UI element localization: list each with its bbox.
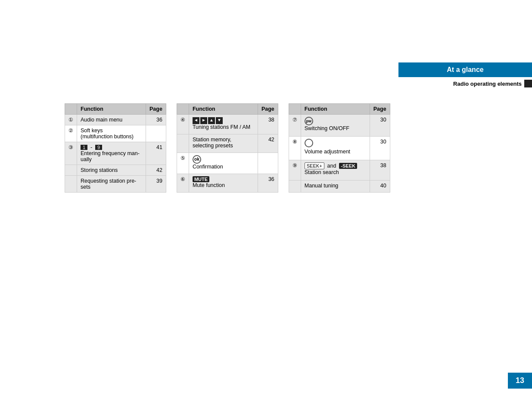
page-number-box: 13 xyxy=(508,373,532,389)
num-badge-1: 1 xyxy=(81,145,87,150)
header-section: At a glance Radio operating elements xyxy=(398,62,532,89)
row-page: 38 xyxy=(370,160,390,180)
table-1: Function Page ① Audio main menu 36 ② Sof… xyxy=(65,103,166,193)
row-num: ③ xyxy=(65,142,77,165)
row-num: ② xyxy=(65,125,77,142)
seek-plus-icon: SEEK+ xyxy=(305,162,324,169)
row-num: ④ xyxy=(177,115,189,134)
row-num: ⑥ xyxy=(177,174,189,193)
table3-function-header: Function xyxy=(301,104,370,115)
table2-num-header xyxy=(177,104,189,115)
circle-7: ⑦ xyxy=(292,117,297,123)
row-page: 30 xyxy=(370,115,390,137)
table3-page-header: Page xyxy=(370,104,390,115)
row-num: ⑤ xyxy=(177,153,189,174)
row-page: 42 xyxy=(146,165,166,176)
row-function: Station memory,selecting presets xyxy=(189,134,258,153)
table-2: Function Page ④ ◄ ► ▲ ▼ Tuning stations … xyxy=(177,103,278,193)
row-function: Requesting station pre-sets xyxy=(77,176,146,193)
radio-operating-bar: Radio operating elements xyxy=(398,78,532,89)
table-row: ① Audio main menu 36 xyxy=(65,115,166,125)
row-num xyxy=(289,180,301,192)
circle-5: ⑤ xyxy=(180,155,185,161)
row-function: Volume adjustment xyxy=(301,137,370,160)
row-function: 1 - 9 Entering frequency man-ually xyxy=(77,142,146,165)
arrow-left: ◄ xyxy=(193,117,199,124)
table3-num-header xyxy=(289,104,301,115)
row-page: 41 xyxy=(146,142,166,165)
table1-function-header: Function xyxy=(77,104,146,115)
row-num: ⑦ xyxy=(289,115,301,137)
table-row: ⑦ pw Switching ON/OFF 30 xyxy=(289,115,390,137)
circle-1: ① xyxy=(68,117,73,123)
row-function: MUTE Mute function xyxy=(189,174,258,193)
table-row: Requesting station pre-sets 39 xyxy=(65,176,166,193)
tables-container: Function Page ① Audio main menu 36 ② Sof… xyxy=(65,103,390,193)
row-function: Audio main menu xyxy=(77,115,146,125)
at-a-glance-bar: At a glance xyxy=(398,62,532,77)
row-function: pw Switching ON/OFF xyxy=(301,115,370,137)
row-num xyxy=(65,176,77,193)
row-num xyxy=(65,165,77,176)
row-function: Manual tuning xyxy=(301,180,370,192)
table-row: ⑤ ok Confirmation xyxy=(177,153,278,174)
arrow-right: ► xyxy=(200,117,207,124)
row-page: 30 xyxy=(370,137,390,160)
row-page: 39 xyxy=(146,176,166,193)
row-page: 40 xyxy=(370,180,390,192)
mute-button-icon: MUTE xyxy=(193,176,209,182)
table-row: ④ ◄ ► ▲ ▼ Tuning stations FM / AM 38 xyxy=(177,115,278,134)
section-marker xyxy=(524,80,532,87)
num-badge-9: 9 xyxy=(95,145,102,150)
row-num xyxy=(177,134,189,153)
table2-function-header: Function xyxy=(189,104,258,115)
volume-icon xyxy=(305,139,313,147)
page-number: 13 xyxy=(516,376,524,385)
table-row: Manual tuning 40 xyxy=(289,180,390,192)
circle-6: ⑥ xyxy=(180,176,185,182)
row-page: 38 xyxy=(258,115,278,134)
row-function: Storing stations xyxy=(77,165,146,176)
circle-9: ⑨ xyxy=(292,162,297,168)
table-row: ⑧ Volume adjustment 30 xyxy=(289,137,390,160)
table-row: ② Soft keys(multifunction buttons) xyxy=(65,125,166,142)
row-page xyxy=(146,125,166,142)
table-row: ⑥ MUTE Mute function 36 xyxy=(177,174,278,193)
circle-4: ④ xyxy=(180,117,185,123)
seek-minus-icon: -SEEK xyxy=(339,163,357,169)
row-num: ⑨ xyxy=(289,160,301,180)
circle-8: ⑧ xyxy=(292,139,297,145)
row-num: ⑧ xyxy=(289,137,301,160)
table2-page-header: Page xyxy=(258,104,278,115)
at-a-glance-text: At a glance xyxy=(447,66,483,73)
radio-operating-text: Radio operating elements xyxy=(453,81,522,87)
ok-button-icon: ok xyxy=(193,155,201,164)
circle-3: ③ xyxy=(68,144,73,150)
table1-num-header xyxy=(65,104,77,115)
table-row: Storing stations 42 xyxy=(65,165,166,176)
power-icon: pw xyxy=(305,117,313,125)
table-row: Station memory,selecting presets 42 xyxy=(177,134,278,153)
row-page: 42 xyxy=(258,134,278,153)
row-function: Soft keys(multifunction buttons) xyxy=(77,125,146,142)
nav-arrows: ◄ ► ▲ ▼ xyxy=(193,117,223,124)
table1-page-header: Page xyxy=(146,104,166,115)
row-page: 36 xyxy=(258,174,278,193)
row-page: 36 xyxy=(146,115,166,125)
row-function: ok Confirmation xyxy=(189,153,258,174)
arrow-down: ▼ xyxy=(216,117,223,124)
row-num: ① xyxy=(65,115,77,125)
row-function: ◄ ► ▲ ▼ Tuning stations FM / AM xyxy=(189,115,258,134)
row-page xyxy=(258,153,278,174)
row-function: SEEK+ and -SEEK Station search xyxy=(301,160,370,180)
table-row: ⑨ SEEK+ and -SEEK Station search 38 xyxy=(289,160,390,180)
arrow-up: ▲ xyxy=(208,117,215,124)
table-row: ③ 1 - 9 Entering frequency man-ually 41 xyxy=(65,142,166,165)
circle-2: ② xyxy=(68,128,73,134)
table-3: Function Page ⑦ pw Switching ON/OFF 30 ⑧… xyxy=(289,103,390,193)
